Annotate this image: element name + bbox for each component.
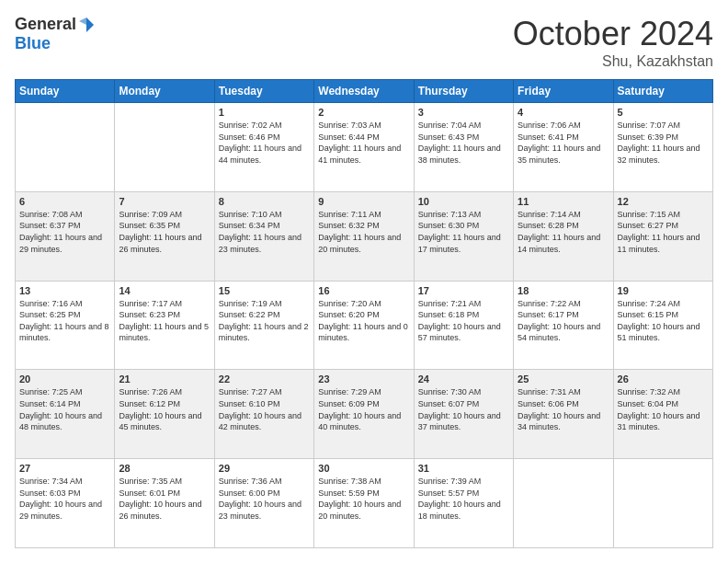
calendar-cell: 5Sunrise: 7:07 AMSunset: 6:39 PMDaylight… <box>613 103 712 192</box>
calendar-cell <box>613 459 712 548</box>
day-number: 22 <box>219 373 310 385</box>
day-number: 24 <box>418 373 509 385</box>
calendar-cell: 14Sunrise: 7:17 AMSunset: 6:23 PMDayligh… <box>115 281 214 370</box>
logo-blue-text: Blue <box>15 34 51 53</box>
day-number: 8 <box>219 196 310 207</box>
calendar-cell: 22Sunrise: 7:27 AMSunset: 6:10 PMDayligh… <box>214 370 313 459</box>
day-number: 19 <box>618 285 709 296</box>
day-info: Sunrise: 7:21 AMSunset: 6:18 PMDaylight:… <box>418 298 509 344</box>
calendar-cell: 25Sunrise: 7:31 AMSunset: 6:06 PMDayligh… <box>514 370 613 459</box>
day-info: Sunrise: 7:27 AMSunset: 6:10 PMDaylight:… <box>219 386 310 432</box>
day-number: 7 <box>119 196 210 207</box>
day-info: Sunrise: 7:32 AMSunset: 6:04 PMDaylight:… <box>618 386 709 432</box>
day-number: 20 <box>19 373 110 385</box>
calendar-cell <box>514 459 613 548</box>
day-info: Sunrise: 7:34 AMSunset: 6:03 PMDaylight:… <box>19 476 110 522</box>
calendar-table: SundayMondayTuesdayWednesdayThursdayFrid… <box>15 79 713 548</box>
logo: General Blue <box>15 15 95 53</box>
day-info: Sunrise: 7:08 AMSunset: 6:37 PMDaylight:… <box>19 209 110 255</box>
day-info: Sunrise: 7:14 AMSunset: 6:28 PMDaylight:… <box>518 209 609 255</box>
svg-marker-1 <box>79 17 86 25</box>
day-number: 3 <box>418 107 509 118</box>
calendar-cell: 19Sunrise: 7:24 AMSunset: 6:15 PMDayligh… <box>613 281 712 370</box>
day-number: 16 <box>318 285 409 296</box>
calendar-cell: 11Sunrise: 7:14 AMSunset: 6:28 PMDayligh… <box>514 191 613 281</box>
day-number: 15 <box>219 285 310 296</box>
day-info: Sunrise: 7:20 AMSunset: 6:20 PMDaylight:… <box>318 298 409 344</box>
day-header-thursday: Thursday <box>414 80 513 103</box>
calendar-cell: 31Sunrise: 7:39 AMSunset: 5:57 PMDayligh… <box>414 459 513 548</box>
month-title: October 2024 <box>513 15 713 53</box>
calendar-cell: 28Sunrise: 7:35 AMSunset: 6:01 PMDayligh… <box>115 459 214 548</box>
calendar-cell: 30Sunrise: 7:38 AMSunset: 5:59 PMDayligh… <box>314 459 414 548</box>
day-info: Sunrise: 7:03 AMSunset: 6:44 PMDaylight:… <box>318 120 409 166</box>
day-number: 27 <box>19 463 110 474</box>
header: General Blue October 2024 Shu, Kazakhsta… <box>15 15 713 70</box>
day-number: 2 <box>318 107 409 118</box>
calendar-cell: 20Sunrise: 7:25 AMSunset: 6:14 PMDayligh… <box>16 370 115 459</box>
calendar-cell: 2Sunrise: 7:03 AMSunset: 6:44 PMDaylight… <box>314 103 414 192</box>
calendar-cell: 21Sunrise: 7:26 AMSunset: 6:12 PMDayligh… <box>115 370 214 459</box>
calendar-cell: 24Sunrise: 7:30 AMSunset: 6:07 PMDayligh… <box>414 370 513 459</box>
calendar-cell: 3Sunrise: 7:04 AMSunset: 6:43 PMDaylight… <box>414 103 513 192</box>
day-header-tuesday: Tuesday <box>214 80 313 103</box>
day-info: Sunrise: 7:36 AMSunset: 6:00 PMDaylight:… <box>219 476 310 522</box>
page: General Blue October 2024 Shu, Kazakhsta… <box>0 0 728 563</box>
day-number: 31 <box>418 463 509 474</box>
day-number: 5 <box>618 107 709 118</box>
calendar-cell: 29Sunrise: 7:36 AMSunset: 6:00 PMDayligh… <box>214 459 313 548</box>
week-row-4: 20Sunrise: 7:25 AMSunset: 6:14 PMDayligh… <box>16 370 713 459</box>
day-info: Sunrise: 7:15 AMSunset: 6:27 PMDaylight:… <box>618 209 709 255</box>
calendar-cell: 1Sunrise: 7:02 AMSunset: 6:46 PMDaylight… <box>214 103 313 192</box>
title-block: October 2024 Shu, Kazakhstan <box>513 15 713 70</box>
calendar-cell: 4Sunrise: 7:06 AMSunset: 6:41 PMDaylight… <box>514 103 613 192</box>
day-info: Sunrise: 7:09 AMSunset: 6:35 PMDaylight:… <box>119 209 210 255</box>
day-number: 26 <box>618 373 709 385</box>
calendar-cell: 9Sunrise: 7:11 AMSunset: 6:32 PMDaylight… <box>314 191 414 281</box>
day-header-wednesday: Wednesday <box>314 80 414 103</box>
day-number: 1 <box>219 107 310 118</box>
day-info: Sunrise: 7:30 AMSunset: 6:07 PMDaylight:… <box>418 386 509 432</box>
day-info: Sunrise: 7:02 AMSunset: 6:46 PMDaylight:… <box>219 120 310 166</box>
calendar-cell: 7Sunrise: 7:09 AMSunset: 6:35 PMDaylight… <box>115 191 214 281</box>
week-row-2: 6Sunrise: 7:08 AMSunset: 6:37 PMDaylight… <box>16 191 713 281</box>
calendar-cell: 23Sunrise: 7:29 AMSunset: 6:09 PMDayligh… <box>314 370 414 459</box>
calendar-cell: 27Sunrise: 7:34 AMSunset: 6:03 PMDayligh… <box>16 459 115 548</box>
calendar-cell: 13Sunrise: 7:16 AMSunset: 6:25 PMDayligh… <box>16 281 115 370</box>
day-number: 13 <box>19 285 110 296</box>
week-row-5: 27Sunrise: 7:34 AMSunset: 6:03 PMDayligh… <box>16 459 713 548</box>
day-info: Sunrise: 7:19 AMSunset: 6:22 PMDaylight:… <box>219 298 310 344</box>
day-info: Sunrise: 7:39 AMSunset: 5:57 PMDaylight:… <box>418 476 509 522</box>
day-info: Sunrise: 7:38 AMSunset: 5:59 PMDaylight:… <box>318 476 409 522</box>
day-number: 12 <box>618 196 709 207</box>
day-number: 14 <box>119 285 210 296</box>
header-row: SundayMondayTuesdayWednesdayThursdayFrid… <box>16 80 713 103</box>
day-info: Sunrise: 7:13 AMSunset: 6:30 PMDaylight:… <box>418 209 509 255</box>
day-info: Sunrise: 7:31 AMSunset: 6:06 PMDaylight:… <box>518 386 609 432</box>
day-info: Sunrise: 7:04 AMSunset: 6:43 PMDaylight:… <box>418 120 509 166</box>
day-number: 11 <box>518 196 609 207</box>
logo-icon <box>78 17 95 33</box>
calendar-cell: 12Sunrise: 7:15 AMSunset: 6:27 PMDayligh… <box>613 191 712 281</box>
day-number: 28 <box>119 463 210 474</box>
day-info: Sunrise: 7:26 AMSunset: 6:12 PMDaylight:… <box>119 386 210 432</box>
svg-marker-0 <box>86 17 94 32</box>
location-title: Shu, Kazakhstan <box>513 53 713 70</box>
day-number: 21 <box>119 373 210 385</box>
day-number: 6 <box>19 196 110 207</box>
day-number: 17 <box>418 285 509 296</box>
calendar-cell: 15Sunrise: 7:19 AMSunset: 6:22 PMDayligh… <box>214 281 313 370</box>
calendar-cell: 17Sunrise: 7:21 AMSunset: 6:18 PMDayligh… <box>414 281 513 370</box>
day-info: Sunrise: 7:29 AMSunset: 6:09 PMDaylight:… <box>318 386 409 432</box>
day-number: 9 <box>318 196 409 207</box>
calendar-cell: 8Sunrise: 7:10 AMSunset: 6:34 PMDaylight… <box>214 191 313 281</box>
day-number: 29 <box>219 463 310 474</box>
day-info: Sunrise: 7:22 AMSunset: 6:17 PMDaylight:… <box>518 298 609 344</box>
day-number: 18 <box>518 285 609 296</box>
day-header-friday: Friday <box>514 80 613 103</box>
day-header-saturday: Saturday <box>613 80 712 103</box>
day-number: 23 <box>318 373 409 385</box>
calendar-cell: 10Sunrise: 7:13 AMSunset: 6:30 PMDayligh… <box>414 191 513 281</box>
day-number: 4 <box>518 107 609 118</box>
day-header-sunday: Sunday <box>16 80 115 103</box>
